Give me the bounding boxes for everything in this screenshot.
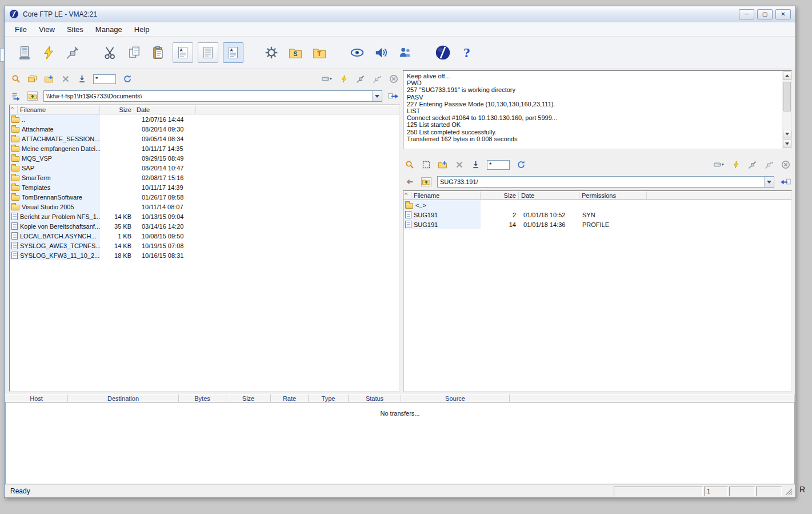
column-header-bytes[interactable]: Bytes	[179, 394, 226, 403]
queue-icon[interactable]	[10, 91, 21, 101]
search-icon[interactable]	[10, 74, 21, 84]
quick-connect-button[interactable]	[37, 41, 61, 64]
new-folder-icon[interactable]	[437, 160, 448, 170]
paste-button[interactable]	[146, 41, 170, 64]
back-icon[interactable]	[404, 177, 415, 187]
table-row[interactable]: SmarTerm 02/08/17 15:16	[10, 173, 399, 182]
column-header-host[interactable]: Host	[5, 394, 68, 403]
resize-grip[interactable]	[785, 487, 793, 496]
column-header-type[interactable]: Type	[309, 394, 349, 403]
site-manager-t-button[interactable]: T	[307, 41, 331, 64]
column-header-source[interactable]: Source	[401, 394, 510, 403]
column-header-date[interactable]: Date	[519, 191, 579, 200]
column-header-status[interactable]: Status	[349, 394, 401, 403]
menu-manage[interactable]: Manage	[90, 23, 129, 35]
table-row[interactable]: Meine empfangenen Datei... 10/11/17 14:3…	[10, 144, 399, 153]
disconnect-small-icon[interactable]	[763, 160, 774, 170]
titlebar[interactable]: Core FTP LE - VMA2:21 ─ ▢ ✕	[5, 6, 795, 22]
compare-folders-icon[interactable]	[27, 74, 38, 84]
menu-view[interactable]: View	[33, 23, 61, 35]
close-button[interactable]: ✕	[775, 9, 791, 19]
abort-icon[interactable]	[388, 74, 399, 84]
column-header-size[interactable]: Size	[481, 191, 519, 200]
table-row[interactable]: SYSLOG_KFW3_11_10_2... 18 KB 10/16/15 08…	[10, 250, 399, 260]
local-filter-input[interactable]	[93, 74, 116, 84]
table-row[interactable]: SYSLOG_AWE3_TCPNFS... 14 KB 10/19/15 07:…	[10, 241, 399, 250]
transfer-right-icon[interactable]	[388, 91, 399, 101]
table-row[interactable]: Kopie von Bereitschaftsanf... 35 KB 03/1…	[10, 221, 399, 231]
transfer-left-icon[interactable]	[780, 177, 791, 187]
connect-small-icon[interactable]	[355, 74, 366, 84]
table-row[interactable]: SUG191 14 01/01/18 14:36 PROFILE	[403, 220, 791, 229]
drive-select-icon[interactable]	[322, 74, 333, 84]
view-eye-button[interactable]	[345, 41, 369, 64]
folder-up-icon[interactable]	[421, 177, 431, 187]
settings-button[interactable]	[259, 41, 283, 64]
sound-button[interactable]	[369, 41, 393, 64]
copy-button[interactable]	[122, 41, 146, 64]
table-row[interactable]: <..>	[403, 200, 791, 210]
drive-select-icon[interactable]	[714, 160, 725, 170]
column-header-rate[interactable]: Rate	[271, 394, 309, 403]
minimize-button[interactable]: ─	[739, 9, 754, 19]
table-row[interactable]: MQS_VSP 09/29/15 08:49	[10, 153, 399, 163]
maximize-button[interactable]: ▢	[757, 9, 773, 19]
view-binary-button[interactable]	[198, 42, 218, 63]
refresh-icon[interactable]	[515, 160, 526, 170]
remote-filter-input[interactable]	[487, 160, 510, 170]
folder-up-icon[interactable]	[27, 91, 38, 101]
scroll-down-icon-2[interactable]	[783, 140, 791, 148]
table-row[interactable]: SUG191 2 01/01/18 10:52 SYN	[403, 210, 791, 220]
new-folder-icon[interactable]	[43, 74, 54, 84]
sort-indicator[interactable]: ^	[403, 191, 411, 200]
site-manager-s-button[interactable]: S	[283, 41, 307, 64]
upload-icon[interactable]	[470, 160, 481, 170]
scroll-up-icon[interactable]	[783, 71, 791, 80]
table-row[interactable]: ATTACHMATE_SESSION... 09/05/14 08:34	[10, 134, 399, 144]
delete-icon[interactable]	[454, 160, 465, 170]
table-row[interactable]: Bericht zur Problem NFS_1... 14 KB 10/13…	[10, 212, 399, 221]
menu-file[interactable]: File	[9, 23, 33, 35]
quick-connect-small-icon[interactable]	[338, 74, 349, 84]
table-row[interactable]: Templates 10/11/17 14:39	[10, 182, 399, 192]
help-button[interactable]: ?	[455, 41, 479, 64]
table-row[interactable]: LOCAL.BATCH.ASYNCH... 1 KB 10/08/15 09:5…	[10, 231, 399, 241]
remote-path-input[interactable]	[438, 177, 764, 187]
column-header-destination[interactable]: Destination	[68, 394, 179, 403]
scroll-down-icon[interactable]	[783, 130, 791, 138]
quick-connect-small-icon[interactable]	[730, 160, 741, 170]
column-header-permissions[interactable]: Permissions	[579, 191, 647, 200]
local-path-input[interactable]	[44, 91, 372, 101]
menu-sites[interactable]: Sites	[61, 23, 90, 35]
column-header-filename[interactable]: Filename	[18, 105, 100, 114]
table-row[interactable]: .. 12/07/16 14:44	[10, 114, 399, 124]
connect-small-icon[interactable]	[747, 160, 758, 170]
view-ascii-button[interactable]: A	[173, 42, 193, 63]
table-row[interactable]: Attachmate 08/20/14 09:30	[10, 124, 399, 134]
column-header-date[interactable]: Date	[134, 105, 196, 114]
sort-indicator[interactable]: ^	[10, 105, 18, 114]
users-button[interactable]	[393, 41, 417, 64]
remote-path-dropdown-button[interactable]	[764, 177, 774, 187]
select-all-icon[interactable]	[421, 160, 431, 170]
table-row[interactable]: SAP 08/20/14 10:47	[10, 163, 399, 173]
about-core-button[interactable]	[431, 41, 455, 64]
table-row[interactable]: Visual Studio 2005 10/11/14 08:07	[10, 202, 399, 212]
local-path-dropdown-button[interactable]	[372, 91, 382, 101]
disconnect-button[interactable]	[61, 41, 85, 64]
column-header-size[interactable]: Size	[100, 105, 134, 114]
table-row[interactable]: TomBrennanSoftware 01/26/17 09:58	[10, 192, 399, 202]
log-scrollbar[interactable]	[782, 71, 791, 149]
scroll-thumb[interactable]	[783, 82, 791, 111]
upload-icon[interactable]	[77, 74, 87, 84]
refresh-icon[interactable]	[122, 74, 133, 84]
view-auto-button[interactable]: A	[223, 42, 243, 63]
cut-button[interactable]	[98, 41, 122, 64]
abort-icon[interactable]	[780, 160, 791, 170]
column-header-size[interactable]: Size	[226, 394, 271, 403]
disconnect-small-icon[interactable]	[371, 74, 382, 84]
delete-icon[interactable]	[60, 74, 71, 84]
search-icon[interactable]	[404, 160, 415, 170]
connect-button[interactable]	[13, 41, 37, 64]
menu-help[interactable]: Help	[129, 23, 156, 35]
